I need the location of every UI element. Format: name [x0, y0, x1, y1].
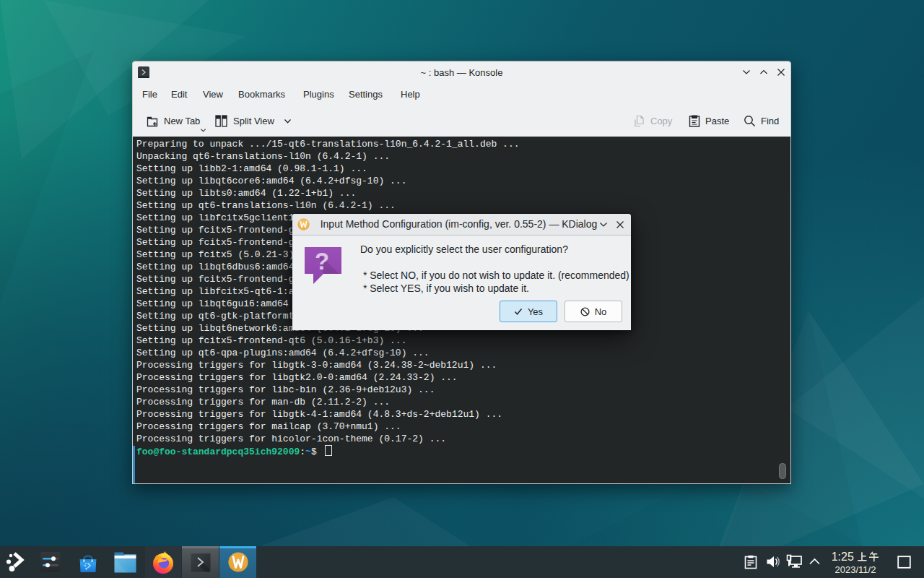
svg-text:?: ?: [315, 248, 329, 275]
